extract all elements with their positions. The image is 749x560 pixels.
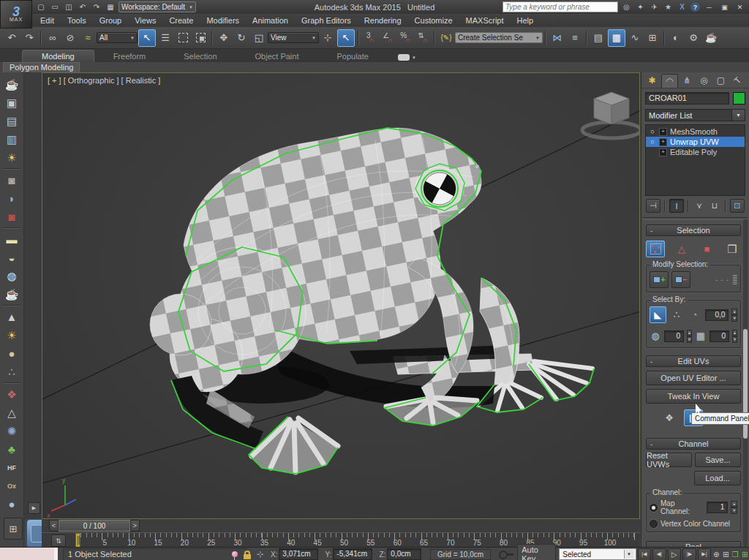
planar-angle-field[interactable]: 0,0 <box>705 309 729 321</box>
ribbon-tab-populate[interactable]: Populate <box>317 50 387 62</box>
new-file-icon[interactable]: ▢ <box>35 2 47 12</box>
sphere-blue-icon[interactable]: ● <box>2 495 21 513</box>
select-scale-button[interactable]: ◱ <box>251 30 267 46</box>
minimize-button[interactable]: ─ <box>703 2 715 12</box>
dome-light-icon[interactable]: ◒ <box>2 249 21 267</box>
map-channel-radio[interactable] <box>650 504 658 512</box>
pushpin-icon[interactable] <box>232 551 238 557</box>
hf-hand-icon[interactable]: HF <box>2 458 21 477</box>
percent-snap-button[interactable]: %∩ <box>397 30 413 46</box>
select-object-button[interactable]: ↖ <box>138 29 156 47</box>
render-frame-icon[interactable]: ▣ <box>2 94 21 112</box>
red-camera-icon[interactable]: ◙ <box>2 208 21 226</box>
mirror-button[interactable]: ⋈ <box>549 30 565 46</box>
use-pivot-button[interactable]: ⊹ <box>320 30 336 46</box>
menu-item-rendering[interactable]: Rendering <box>358 15 408 26</box>
curve-editor-button[interactable]: ∿ <box>627 30 643 46</box>
auto-key-button[interactable]: Auto Key <box>517 544 556 560</box>
reset-uvws-button[interactable]: Reset UVWs <box>646 453 692 467</box>
zoom-icon[interactable]: ⊕ <box>712 549 720 560</box>
remove-modifier-button[interactable]: ⊔ <box>708 200 721 212</box>
material-editor-button[interactable]: ◐ <box>668 30 684 46</box>
window-crossing-button[interactable] <box>192 30 208 46</box>
select-by-name-button[interactable]: ☰ <box>157 30 173 46</box>
load-button[interactable]: Load... <box>694 471 741 485</box>
camera-speaker-icon[interactable]: ◙ <box>2 171 21 189</box>
selection-lock-icon[interactable] <box>244 550 251 559</box>
select-manipulate-button[interactable]: ↖ <box>337 29 355 47</box>
vertex-color-radio[interactable] <box>650 520 658 528</box>
show-end-result-button[interactable]: I <box>669 199 684 213</box>
stack-item-editable-poly[interactable]: +Editable Poly <box>646 147 745 157</box>
named-selection-dropdown[interactable]: Create Selection Se ▼ <box>455 32 543 43</box>
viewport[interactable]: [ + ] [ Orthographic ] [ Realistic ] <box>42 72 640 519</box>
modifier-list-dropdown[interactable]: Modifier List ▼ <box>645 109 745 121</box>
selection-filter-dropdown[interactable]: All ▼ <box>97 32 138 43</box>
sheet-grid-icon[interactable]: ▥ <box>2 130 21 148</box>
disc-light-icon[interactable]: ◍ <box>2 267 21 285</box>
ribbon-tab-freeform[interactable]: Freeform <box>94 50 165 62</box>
matid-spinner[interactable]: ▲▼ <box>732 330 737 343</box>
expand-icon[interactable]: + <box>659 148 667 156</box>
unlink-selection-icon[interactable]: ⊘ <box>62 30 78 46</box>
visibility-bulb-icon[interactable]: ○ <box>649 138 656 145</box>
light-lister-icon[interactable]: ☀ <box>2 148 21 167</box>
app-menu-button[interactable]: 3 MAX <box>0 0 32 29</box>
play-button[interactable]: ▷ <box>668 548 682 560</box>
zoom-all-icon[interactable]: ⊞ <box>721 549 730 560</box>
object-color-swatch[interactable] <box>733 92 745 105</box>
teapot-gray-icon[interactable]: ☕ <box>2 285 21 303</box>
render-setup-button[interactable]: ⚙ <box>685 30 701 46</box>
menu-item-views[interactable]: Views <box>128 15 162 26</box>
menu-item-animation[interactable]: Animation <box>246 15 295 26</box>
reference-coordinate-dropdown[interactable]: View ▼ <box>268 32 319 43</box>
go-to-end-button[interactable]: ▶| <box>698 548 712 560</box>
menu-item-customize[interactable]: Customize <box>408 15 459 26</box>
edge-ring-icon[interactable]: ≡≡ <box>732 275 737 285</box>
redo-icon[interactable]: ↷ <box>91 2 102 12</box>
map-channel-spinner[interactable]: ▲▼ <box>731 501 737 514</box>
uv-pelt-icon[interactable]: ❖ <box>660 410 678 425</box>
make-unique-button[interactable]: ⋎ <box>693 200 706 212</box>
favorites-icon[interactable]: ★ <box>663 2 674 12</box>
shrink-selection-button[interactable]: − <box>671 271 690 288</box>
channel-rollout-header[interactable]: - Channel <box>646 438 741 450</box>
edge-loop-icon[interactable]: - - - <box>715 276 729 284</box>
shell-icon[interactable]: Ox <box>2 477 21 495</box>
select-by-smoothing-icon[interactable]: ◍ <box>650 328 661 344</box>
viewport-label[interactable]: [ + ] [ Orthographic ] [ Realistic ] <box>48 76 160 85</box>
smoothing-group-field[interactable]: 0 <box>664 330 684 342</box>
menu-item-tools[interactable]: Tools <box>61 15 93 26</box>
tweak-in-view-button[interactable]: Tweak In View <box>646 389 741 404</box>
previous-frame-arrow[interactable]: < <box>49 520 59 531</box>
layer-manager-button[interactable]: ▤ <box>590 30 606 46</box>
menu-item-help[interactable]: Help <box>511 15 541 26</box>
display-tab-icon[interactable]: ▢ <box>713 74 729 87</box>
shadow-moon-icon[interactable]: ◗ <box>2 189 21 208</box>
edge-mode-button[interactable]: △ <box>673 241 690 257</box>
go-to-start-button[interactable]: |◀ <box>638 548 652 560</box>
ribbon-minimize-button[interactable]: ▼ <box>398 54 416 61</box>
sheet-dialog-icon[interactable]: ▤ <box>2 112 21 130</box>
zoom-extents-icon[interactable]: ❒ <box>731 549 739 560</box>
bind-spacewarp-icon[interactable]: ≈ <box>80 30 96 46</box>
connect-spheres-icon[interactable]: ❖ <box>2 385 21 404</box>
close-button[interactable]: ✕ <box>734 2 746 12</box>
scatter-icon[interactable]: ∴ <box>2 363 21 381</box>
snaps-toggle-button[interactable]: 3∩ <box>362 30 378 46</box>
mini-curve-editor-button[interactable]: ⇅ <box>51 534 66 547</box>
select-by-dots-icon[interactable]: ∴ <box>669 307 685 322</box>
select-rotate-button[interactable]: ↻ <box>233 30 249 46</box>
align-button[interactable]: ≡ <box>567 30 583 46</box>
expand-icon[interactable]: + <box>659 138 667 146</box>
menu-item-create[interactable]: Create <box>162 15 200 26</box>
grass-icon[interactable]: ♣ <box>2 440 21 458</box>
x-coordinate-field[interactable]: 3,071cm <box>279 548 318 560</box>
selection-rollout-header[interactable]: - Selection <box>646 224 741 236</box>
menu-item-group[interactable]: Group <box>93 15 129 26</box>
redo-button[interactable]: ↷ <box>21 30 37 46</box>
face-mode-button[interactable]: ■ <box>698 241 715 257</box>
select-by-planar-button[interactable]: ◣ <box>650 306 666 323</box>
save-file-icon[interactable]: ◫ <box>63 2 75 12</box>
modify-tab-icon[interactable]: ◠ <box>661 74 678 88</box>
